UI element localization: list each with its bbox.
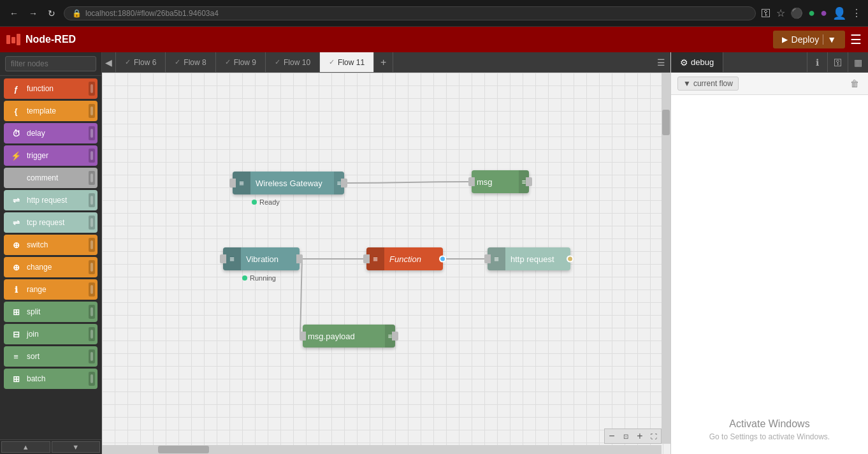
connection-wireless-gateway-msg [347, 182, 468, 183]
node-icon-template: { [9, 104, 23, 118]
node-body-msg[interactable]: msg≡ [472, 170, 529, 193]
current-flow-button[interactable]: ▼ current flow [677, 77, 739, 91]
node-body-vibration[interactable]: ≡Vibration [223, 247, 300, 270]
tab-label-flow6: Flow 6 [134, 58, 156, 67]
sidebar-node-http-request[interactable]: ⇌ http request [4, 190, 98, 210]
filter-button[interactable]: ⚿ [827, 52, 848, 73]
sidebar-node-tcp-request[interactable]: ⇌ tcp request [4, 212, 98, 233]
info-button[interactable]: ℹ [807, 52, 827, 73]
filter-nodes-input[interactable] [5, 56, 96, 71]
current-flow-label: current flow [693, 79, 733, 88]
tab-list-button[interactable]: ☰ [651, 52, 670, 72]
browser-controls: ← → ↻ [6, 7, 59, 20]
menu-dots-icon[interactable]: ⋮ [851, 7, 862, 19]
node-handle-batch [89, 372, 95, 386]
sidebar-node-change[interactable]: ⊕ change [4, 257, 98, 277]
tab-flow6[interactable]: ✓Flow 6 [116, 52, 166, 72]
node-icon-trigger: ⚡ [9, 149, 23, 163]
node-label-batch: batch [27, 374, 92, 383]
canvas-node-function-node[interactable]: ≡Function [366, 247, 443, 270]
tab-collapse-button[interactable]: ◀ [102, 52, 116, 72]
canvas-node-vibration[interactable]: ≡Vibration Running [223, 247, 300, 270]
tab-flow8[interactable]: ✓Flow 8 [166, 52, 215, 72]
tab-flow9[interactable]: ✓Flow 9 [216, 52, 266, 72]
node-right-gold-http-request-node [567, 256, 574, 263]
sidebar-node-batch[interactable]: ⊞ batch [4, 369, 98, 389]
node-label-function: function [27, 84, 92, 93]
status-dot-vibration [242, 275, 247, 281]
node-body-wireless-gateway[interactable]: ≡Wireless Gateway≡ [233, 172, 344, 194]
back-button[interactable]: ← [6, 7, 22, 20]
node-handle-range [89, 282, 95, 297]
deploy-label: Deploy [792, 34, 820, 45]
zoom-fullscreen-button[interactable]: ⛶ [647, 429, 661, 443]
node-right-port-vibration [296, 254, 303, 263]
tab-check-flow6: ✓ [125, 58, 131, 66]
node-handle-function [89, 82, 95, 96]
address-bar[interactable]: 🔒 localhost:1880/#flow/26ba5b1.94603a4 [64, 6, 756, 20]
sidebar-node-trigger[interactable]: ⚡ trigger [4, 145, 98, 166]
sidebar-node-comment[interactable]: comment [4, 168, 98, 188]
tab-flow10[interactable]: ✓Flow 10 [266, 52, 320, 72]
lock-icon: 🔒 [72, 9, 82, 18]
sidebar-node-delay[interactable]: ⏱ delay [4, 123, 98, 143]
node-status-wireless-gateway: Ready [252, 198, 280, 206]
node-handle-sort [89, 349, 95, 363]
rpanel-tab-actions: ℹ ⚿ ▦ [807, 52, 868, 73]
windows-activate: Activate Windows Go to Settings to activ… [709, 418, 830, 441]
profile-icon2: ● [820, 6, 827, 20]
browser-actions: ⚿ ☆ ⚫ ● ● 👤 ⋮ [761, 6, 862, 20]
add-tab-button[interactable]: + [374, 52, 393, 72]
scroll-up-button[interactable]: ▲ [1, 441, 50, 453]
hamburger-button[interactable]: ☰ [850, 32, 862, 47]
main-layout: ƒ function { template ⏱ delay ⚡ trigger … [0, 52, 868, 454]
nr-title: Node-RED [25, 34, 76, 45]
nr-header: Node-RED ▶ Deploy ▼ ☰ [0, 27, 868, 52]
sidebar-scroll-arrows: ▲ ▼ [0, 439, 101, 454]
chart-button[interactable]: ▦ [848, 52, 868, 73]
canvas-node-wireless-gateway[interactable]: ≡Wireless Gateway≡ Ready [233, 172, 344, 194]
sidebar-node-range[interactable]: ℹ range [4, 279, 98, 300]
nodes-list: ƒ function { template ⏱ delay ⚡ trigger … [0, 76, 101, 439]
node-icon-sort: ≡ [9, 349, 23, 363]
canvas-zoom-controls: − ⊡ + ⛶ [604, 428, 662, 444]
canvas-node-msg[interactable]: msg≡ [472, 170, 529, 193]
zoom-out-button[interactable]: − [605, 429, 619, 443]
canvas-node-http-request-node[interactable]: ≡http request [488, 247, 570, 270]
node-body-function-node[interactable]: ≡Function [366, 247, 443, 270]
block-icon: ⚫ [790, 7, 803, 19]
node-label-http-request: http request [27, 196, 92, 205]
debug-tab[interactable]: ⚙ debug [671, 52, 723, 72]
profile-icon3: 👤 [832, 6, 846, 20]
deploy-button[interactable]: ▶ Deploy ▼ [773, 31, 845, 48]
node-handle-split [89, 305, 95, 319]
tab-label-flow9: Flow 9 [234, 58, 256, 67]
node-body-http-request-node[interactable]: ≡http request [488, 247, 570, 270]
sidebar-node-function[interactable]: ƒ function [4, 78, 98, 99]
zoom-fit-button[interactable]: ⊡ [619, 429, 633, 443]
scroll-down-button[interactable]: ▼ [52, 441, 101, 453]
clear-debug-button[interactable]: 🗑 [848, 77, 862, 91]
status-text-vibration: Running [250, 274, 276, 282]
sidebar-node-template[interactable]: { template [4, 101, 98, 121]
sidebar-node-switch[interactable]: ⊕ switch [4, 235, 98, 255]
node-handle-trigger [89, 149, 95, 163]
node-label-http-request-node: http request [505, 254, 570, 264]
canvas-vscroll[interactable] [662, 73, 670, 444]
zoom-in-button[interactable]: + [633, 429, 647, 443]
canvas[interactable]: ≡Wireless Gateway≡ Ready msg≡≡Vibration … [102, 73, 670, 454]
forward-button[interactable]: → [25, 7, 41, 20]
sidebar-node-join[interactable]: ⊟ join [4, 324, 98, 344]
canvas-hscroll[interactable] [102, 445, 662, 454]
tab-flow11[interactable]: ✓Flow 11 [320, 52, 374, 72]
canvas-wrap: ≡Wireless Gateway≡ Ready msg≡≡Vibration … [102, 73, 670, 454]
refresh-button[interactable]: ↻ [45, 7, 59, 20]
node-label-wireless-gateway: Wireless Gateway [250, 179, 334, 188]
node-body-msg-payload[interactable]: msg.payload≡ [303, 325, 395, 348]
current-flow-filter: ▼ current flow 🗑 [671, 73, 868, 95]
canvas-node-msg-payload[interactable]: msg.payload≡ [303, 325, 395, 348]
sidebar-node-sort[interactable]: ≡ sort [4, 346, 98, 367]
sidebar-node-split[interactable]: ⊞ split [4, 302, 98, 322]
node-handle-change [89, 260, 95, 274]
deploy-arrow-icon: ▼ [823, 34, 836, 45]
